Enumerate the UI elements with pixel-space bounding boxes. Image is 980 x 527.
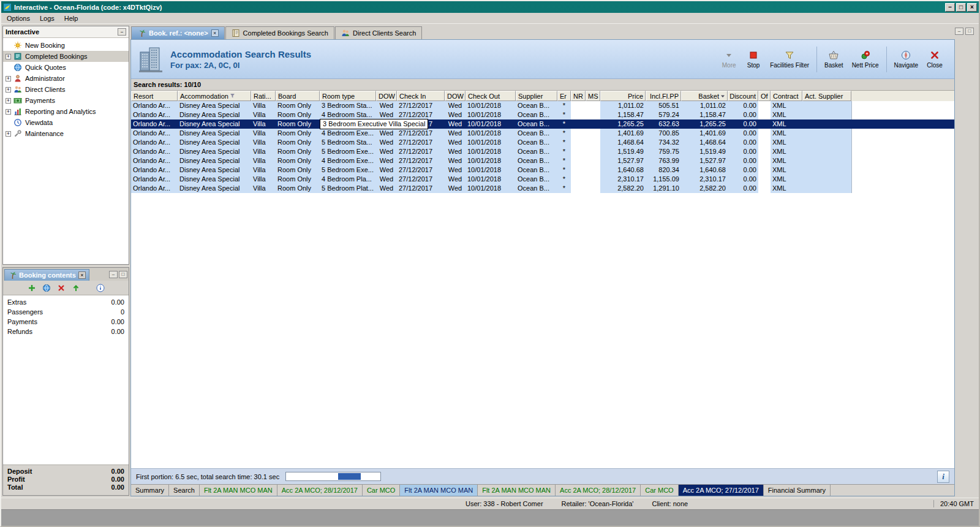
result-row[interactable]: Orlando Ar...Disney Area SpecialVillaRoo… (131, 101, 851, 110)
column-header-accommodation[interactable]: Accommodation (178, 91, 251, 101)
expand-icon[interactable]: + (6, 76, 11, 82)
result-row[interactable]: Orlando Ar...Disney Area SpecialVillaRoo… (131, 138, 851, 147)
column-header-er[interactable]: Er (557, 91, 571, 101)
bottom-tab-acc-2a-mco-28-12-2017[interactable]: Acc 2A MCO; 28/12/2017 (277, 485, 363, 496)
booking-contents-tab[interactable]: Booking contents × (4, 269, 89, 281)
sidebar-item-completed-bookings[interactable]: +Completed Bookings (3, 51, 129, 62)
bottom-tab-car-mco[interactable]: Car MCO (641, 485, 678, 496)
info-button[interactable]: i (937, 471, 949, 483)
maximize-button[interactable]: □ (956, 3, 966, 12)
tab-book-ref-none[interactable]: Book. ref.: <none>× (131, 26, 225, 39)
toolbar-stop[interactable]: Stop (741, 47, 766, 71)
world-button[interactable] (42, 284, 51, 292)
column-header-label: Rati... (254, 93, 271, 100)
booking-info-button[interactable] (96, 284, 105, 292)
bottom-tab-car-mco[interactable]: Car MCO (363, 485, 400, 496)
column-header-resort[interactable]: Resort (131, 91, 178, 101)
column-header-discount[interactable]: Discount (728, 91, 758, 101)
bottom-tab-financial-summary[interactable]: Financial Summary (764, 485, 831, 496)
expand-icon[interactable]: + (6, 109, 11, 115)
bottom-tab-summary[interactable]: Summary (131, 485, 169, 496)
table-cell: 505.51 (646, 101, 681, 110)
tab-close-icon[interactable]: × (211, 29, 219, 37)
result-row[interactable]: Orlando Ar...Disney Area SpecialVillaRoo… (131, 110, 851, 119)
column-header-rati[interactable]: Rati... (251, 91, 276, 101)
table-cell: 2,582.20 (681, 184, 728, 193)
bottom-tab-flt-2a-man-mco-man[interactable]: Flt 2A MAN MCO MAN (200, 485, 277, 496)
delete-button[interactable] (57, 284, 66, 292)
add-button[interactable] (28, 284, 36, 292)
toolbar-close[interactable]: Close (922, 47, 947, 71)
expand-icon[interactable]: + (6, 54, 11, 59)
sidebar-collapse-button[interactable]: – (118, 28, 126, 36)
toolbar-more[interactable]: More (717, 47, 741, 71)
column-header-contract[interactable]: Contract (771, 91, 802, 101)
toolbar-nett-price[interactable]: Nett Price (848, 47, 883, 71)
sidebar-item-direct-clients[interactable]: +Direct Clients (3, 84, 129, 95)
table-cell: 1,401.69 (681, 129, 728, 138)
toolbar-basket[interactable]: Basket (820, 47, 848, 71)
table-cell: Ocean B... (516, 119, 557, 129)
result-row[interactable]: Orlando Ar...Disney Area SpecialVillaRoo… (131, 165, 851, 175)
mdi-minimize-button[interactable]: – (955, 28, 963, 35)
menu-options[interactable]: Options (2, 13, 35, 23)
document-tabs: Book. ref.: <none>×Completed Bookings Se… (130, 26, 955, 39)
close-icon (930, 50, 940, 60)
toolbar-navigate[interactable]: Navigate (890, 47, 922, 71)
column-header-supplier[interactable]: Supplier (516, 91, 557, 101)
column-header-basket[interactable]: Basket (681, 91, 728, 101)
booking-contents-row: Refunds0.00 (7, 328, 124, 338)
column-header-price[interactable]: Price (600, 91, 646, 101)
column-header-of[interactable]: Of (758, 91, 771, 101)
sidebar-item-payments[interactable]: +Payments (3, 95, 129, 106)
status-client: Client: none (652, 500, 688, 507)
bottom-tab-acc-2a-mco-27-12-2017[interactable]: Acc 2A MCO; 27/12/2017 (679, 485, 764, 496)
table-cell: Wed (445, 129, 466, 138)
sidebar-item-new-booking[interactable]: +New Booking (3, 40, 129, 51)
column-header-room-type[interactable]: Room type (320, 91, 376, 101)
bottom-tab-search[interactable]: Search (169, 485, 200, 496)
bottom-tab-flt-2a-man-mco-man[interactable]: Flt 2A MAN MCO MAN (400, 485, 478, 496)
column-header-check-in[interactable]: Check In (397, 91, 445, 101)
upload-button[interactable] (72, 284, 80, 292)
sidebar-item-maintenance[interactable]: +Maintenance (3, 128, 129, 139)
toolbar-facilities-filter[interactable]: Facilities Filter (766, 47, 813, 71)
result-row[interactable]: Orlando Ar...Disney Area SpecialVillaRoo… (131, 184, 851, 193)
column-header-board[interactable]: Board (276, 91, 320, 101)
expand-icon[interactable]: + (6, 131, 11, 137)
minimize-button[interactable]: – (945, 3, 955, 12)
column-header-ms[interactable]: MS (586, 91, 600, 101)
close-button[interactable]: × (967, 3, 977, 12)
table-cell: 0.00 (728, 175, 758, 184)
tab-completed-bookings-search[interactable]: Completed Bookings Search (225, 26, 334, 39)
sidebar-item-reporting-and-analytics[interactable]: +Reporting and Analytics (3, 106, 129, 117)
column-header-dow[interactable]: DOW (445, 91, 466, 101)
sidebar-item-quick-quotes[interactable]: +Quick Quotes (3, 62, 129, 73)
expand-icon[interactable]: + (6, 87, 11, 93)
table-cell: 0.00 (728, 147, 758, 156)
column-header-act-supplier[interactable]: Act. Supplier (802, 91, 851, 101)
mdi-restore-button[interactable]: □ (965, 28, 974, 35)
column-header-incl-fl-pp[interactable]: Incl.Fl.PP (646, 91, 681, 101)
sidebar-item-administrator[interactable]: +Administrator (3, 73, 129, 84)
result-row[interactable]: Orlando Ar...Disney Area SpecialVillaRoo… (131, 147, 851, 156)
table-cell: Villa (251, 175, 276, 184)
column-header-dow[interactable]: DOW (376, 91, 397, 101)
tab-direct-clients-search[interactable]: Direct Clients Search (335, 26, 422, 39)
sidebar-item-viewdata[interactable]: +Viewdata (3, 117, 129, 128)
booking-contents-close-icon[interactable]: × (78, 271, 86, 279)
booking-contents-maximize-button[interactable]: □ (119, 271, 127, 278)
result-row[interactable]: Orlando Ar...Disney Area SpecialVillaRoo… (131, 129, 851, 138)
menu-help[interactable]: Help (59, 13, 83, 23)
menu-logs[interactable]: Logs (35, 13, 59, 23)
bottom-tab-flt-2a-man-mco-man[interactable]: Flt 2A MAN MCO MAN (478, 485, 556, 496)
column-header-label: Discount (729, 93, 756, 100)
expand-icon[interactable]: + (6, 98, 11, 104)
result-row[interactable]: Orlando Ar...Disney Area SpecialVillaRoo… (131, 156, 851, 165)
result-row[interactable]: Orlando Ar...Disney Area SpecialVillaRoo… (131, 175, 851, 184)
column-header-nr[interactable]: NR (571, 91, 586, 101)
booking-contents-minimize-button[interactable]: – (109, 271, 118, 278)
result-row[interactable]: Orlando Ar...Disney Area SpecialVillaRoo… (131, 119, 954, 129)
bottom-tab-acc-2a-mco-28-12-2017[interactable]: Acc 2A MCO; 28/12/2017 (556, 485, 641, 496)
column-header-check-out[interactable]: Check Out (466, 91, 516, 101)
